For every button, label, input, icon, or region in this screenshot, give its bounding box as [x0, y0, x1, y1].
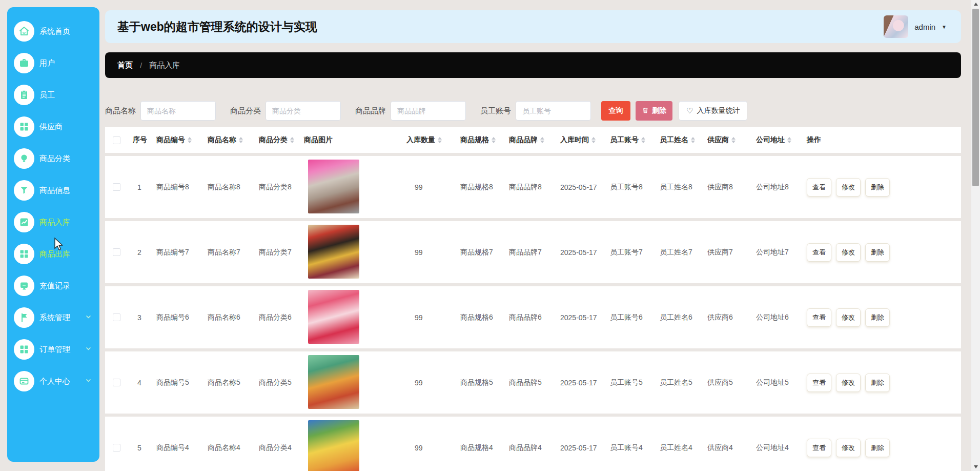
cell-category: 商品分类6: [254, 313, 299, 322]
cell-brand: 商品品牌6: [504, 313, 555, 322]
sidebar-item-个人中心[interactable]: 个人中心: [7, 365, 99, 397]
filter-label: 商品品牌: [355, 106, 386, 116]
sidebar-item-商品入库[interactable]: 商品入库: [7, 206, 99, 238]
filter-input-员工账号[interactable]: [516, 101, 591, 121]
row-actions: 查看修改删除: [802, 308, 961, 327]
sidebar-item-充值记录[interactable]: 充值记录: [7, 270, 99, 302]
sidebar-item-供应商[interactable]: 供应商: [7, 111, 99, 143]
row-checkbox[interactable]: [113, 444, 120, 452]
row-查看-button[interactable]: 查看: [807, 374, 831, 392]
vertical-scrollbar[interactable]: [971, 0, 980, 471]
cell-product-name: 商品名称5: [202, 378, 254, 387]
sort-carets-icon[interactable]: [239, 137, 243, 143]
row-修改-button[interactable]: 修改: [836, 178, 861, 197]
filter-input-商品名称[interactable]: [140, 101, 216, 121]
column-header-入库时间[interactable]: 入库时间: [555, 135, 605, 145]
stock-stats-button[interactable]: ♡ 入库数量统计: [679, 101, 747, 121]
sidebar-item-员工[interactable]: 员工: [7, 79, 99, 111]
sidebar-item-系统首页[interactable]: 系统首页: [7, 15, 99, 47]
sidebar-item-系统管理[interactable]: 系统管理: [7, 302, 99, 333]
scrollbar-up-arrow[interactable]: [971, 0, 980, 8]
row-修改-button[interactable]: 修改: [836, 374, 861, 392]
cell-account: 员工账号5: [605, 378, 655, 387]
cell-product-name: 商品名称4: [202, 443, 254, 453]
cell-index: 1: [128, 183, 151, 191]
row-删除-button[interactable]: 删除: [865, 243, 890, 262]
row-修改-button[interactable]: 修改: [836, 439, 861, 457]
cell-time: 2025-05-17: [555, 248, 605, 257]
table-row: 1商品编号8商品名称8商品分类899商品规格8商品品牌82025-05-17员工…: [105, 156, 961, 218]
sort-carets-icon[interactable]: [540, 137, 544, 143]
row-checkbox[interactable]: [113, 248, 120, 256]
column-header-员工姓名[interactable]: 员工姓名: [655, 135, 702, 145]
row-查看-button[interactable]: 查看: [807, 308, 831, 327]
column-header-供应商[interactable]: 供应商: [702, 135, 751, 145]
breadcrumb-separator: /: [140, 61, 142, 70]
row-查看-button[interactable]: 查看: [807, 243, 831, 262]
cell-supplier: 供应商7: [702, 248, 751, 257]
sidebar-item-label: 员工: [39, 90, 55, 100]
sort-carets-icon[interactable]: [591, 137, 596, 143]
sidebar-item-商品信息[interactable]: 商品信息: [7, 174, 99, 206]
sort-carets-icon[interactable]: [691, 137, 695, 143]
cell-category: 商品分类8: [254, 183, 299, 192]
row-查看-button[interactable]: 查看: [807, 439, 831, 457]
filter-input-商品品牌[interactable]: [391, 101, 466, 121]
sidebar-item-商品分类[interactable]: 商品分类: [7, 143, 99, 174]
row-删除-button[interactable]: 删除: [865, 308, 890, 327]
search-button[interactable]: 查询: [601, 101, 630, 121]
user-menu[interactable]: admin ▼: [884, 15, 947, 38]
sort-carets-icon[interactable]: [290, 137, 294, 143]
column-header-入库数量[interactable]: 入库数量: [401, 135, 455, 145]
row-删除-button[interactable]: 删除: [865, 374, 890, 392]
cell-brand: 商品品牌8: [504, 183, 555, 192]
sidebar-item-用户[interactable]: 用户: [7, 47, 99, 79]
row-删除-button[interactable]: 删除: [865, 439, 890, 457]
column-header-商品品牌[interactable]: 商品品牌: [504, 135, 555, 145]
row-修改-button[interactable]: 修改: [836, 308, 861, 327]
sort-carets-icon[interactable]: [731, 137, 736, 143]
scrollbar-down-arrow[interactable]: [971, 463, 980, 471]
cell-account: 员工账号4: [605, 443, 655, 453]
breadcrumb-home-link[interactable]: 首页: [117, 61, 133, 70]
cell-spec: 商品规格7: [455, 248, 504, 257]
row-checkbox[interactable]: [113, 183, 120, 191]
cell-category: 商品分类4: [254, 443, 299, 453]
sort-carets-icon[interactable]: [787, 137, 791, 143]
delete-button[interactable]: 删除: [636, 101, 672, 121]
column-header-商品规格[interactable]: 商品规格: [455, 135, 504, 145]
column-header-商品分类[interactable]: 商品分类: [254, 135, 299, 145]
sidebar: 系统首页用户员工供应商商品分类商品信息商品入库商品出库充值记录系统管理订单管理个…: [7, 7, 99, 462]
scrollbar-thumb[interactable]: [972, 9, 979, 186]
user-avatar[interactable]: [884, 15, 908, 38]
cell-time: 2025-05-17: [555, 313, 605, 322]
table-header-row: 序号商品编号商品名称商品分类商品图片入库数量商品规格商品品牌入库时间员工账号员工…: [105, 127, 961, 153]
mouse-cursor: [51, 237, 66, 251]
sort-carets-icon[interactable]: [438, 137, 442, 143]
user-name: admin: [914, 23, 935, 31]
sort-carets-icon[interactable]: [188, 137, 192, 143]
chevron-down-icon: [85, 345, 92, 355]
column-header-商品图片: 商品图片: [299, 135, 401, 145]
cell-employee-name: 员工姓名4: [655, 443, 702, 453]
row-查看-button[interactable]: 查看: [807, 178, 831, 197]
row-修改-button[interactable]: 修改: [836, 243, 861, 262]
row-checkbox[interactable]: [113, 313, 120, 321]
row-checkbox[interactable]: [113, 379, 120, 386]
cell-employee-name: 员工姓名5: [655, 378, 702, 387]
cell-product-no: 商品编号5: [151, 378, 202, 387]
column-header-公司地址[interactable]: 公司地址: [751, 135, 802, 145]
sidebar-item-订单管理[interactable]: 订单管理: [7, 333, 99, 365]
cell-product-no: 商品编号8: [151, 183, 202, 192]
column-header-商品名称[interactable]: 商品名称: [202, 135, 254, 145]
column-header-员工账号[interactable]: 员工账号: [605, 135, 655, 145]
cell-employee-name: 员工姓名7: [655, 248, 702, 257]
sort-carets-icon[interactable]: [492, 137, 496, 143]
sort-carets-icon[interactable]: [641, 137, 645, 143]
filter-input-商品分类[interactable]: [266, 101, 341, 121]
cell-product-no: 商品编号4: [151, 443, 202, 453]
select-all-checkbox[interactable]: [113, 136, 120, 144]
column-header-商品编号[interactable]: 商品编号: [151, 135, 202, 145]
row-删除-button[interactable]: 删除: [865, 178, 890, 197]
cell-brand: 商品品牌5: [504, 378, 555, 387]
